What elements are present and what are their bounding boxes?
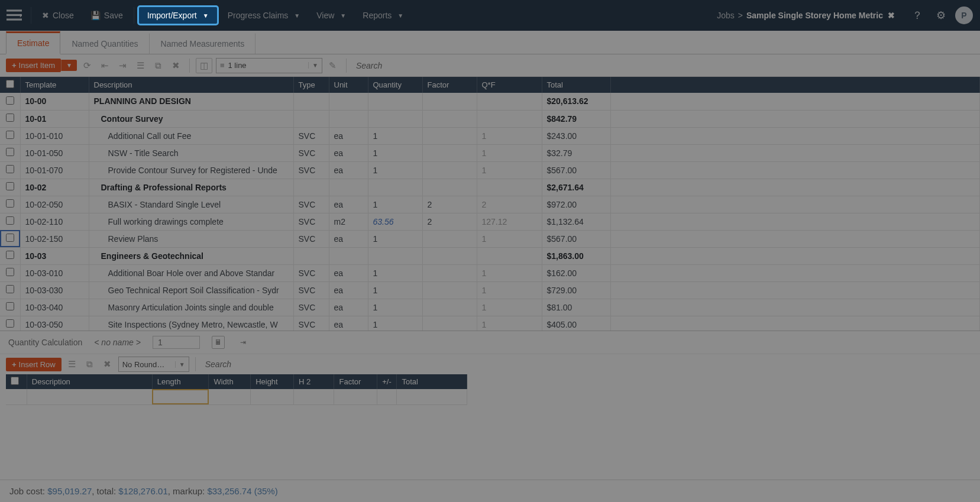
columns-button[interactable]: ◫ bbox=[196, 58, 212, 73]
delete-button[interactable]: ✖ bbox=[169, 59, 183, 73]
cell-description[interactable]: Full working drawings complete bbox=[89, 213, 293, 230]
cell-qf[interactable]: 1 bbox=[477, 281, 542, 299]
calc-header-factor[interactable]: Factor bbox=[334, 374, 377, 389]
calc-header-description[interactable]: Description bbox=[27, 374, 152, 389]
row-checkbox[interactable] bbox=[0, 264, 20, 281]
cell-template[interactable]: 10-03-040 bbox=[20, 299, 89, 316]
cell-total[interactable]: $1,863.00 bbox=[542, 247, 610, 264]
table-row[interactable]: 10-02Drafting & Professional Reports$2,6… bbox=[0, 179, 980, 196]
cell-quantity[interactable]: 1 bbox=[368, 144, 422, 161]
cell-factor[interactable] bbox=[422, 299, 477, 316]
row-checkbox[interactable] bbox=[0, 93, 20, 110]
calc-header-pm[interactable]: +/- bbox=[377, 374, 397, 389]
cell-quantity[interactable]: 63.56 bbox=[368, 213, 422, 230]
cell-total[interactable]: $81.00 bbox=[542, 299, 610, 316]
cell-template[interactable]: 10-01 bbox=[20, 110, 89, 127]
cell-qf[interactable]: 1 bbox=[477, 316, 542, 331]
cell-template[interactable]: 10-01-010 bbox=[20, 127, 89, 144]
cell-total[interactable]: $567.00 bbox=[542, 230, 610, 247]
table-row[interactable]: 10-03-040Masonry Articulation Joints sin… bbox=[0, 299, 980, 316]
cell-type[interactable]: SVC bbox=[293, 127, 329, 144]
cell-template[interactable]: 10-03 bbox=[20, 247, 89, 264]
cell-quantity[interactable]: 1 bbox=[368, 281, 422, 299]
cell-description[interactable]: BASIX - Standard Single Level bbox=[89, 196, 293, 213]
cell-factor[interactable] bbox=[422, 110, 477, 127]
help-button[interactable]: ？ bbox=[905, 8, 929, 22]
cell-description[interactable]: Additional Boar Hole over and Above Stan… bbox=[89, 264, 293, 281]
cell-qf[interactable]: 1 bbox=[477, 161, 542, 179]
table-row[interactable]: 10-03-030Geo Technical Report Soil Class… bbox=[0, 281, 980, 299]
avatar[interactable]: P bbox=[955, 7, 973, 24]
cell-unit[interactable] bbox=[329, 179, 368, 196]
cell-quantity[interactable] bbox=[368, 179, 422, 196]
table-row[interactable]: 10-01Contour Survey$842.79 bbox=[0, 110, 980, 127]
breadcrumb-root[interactable]: Jobs bbox=[717, 11, 735, 20]
cell-quantity[interactable]: 1 bbox=[368, 230, 422, 247]
cell-template[interactable]: 10-00 bbox=[20, 93, 89, 110]
cell-qf[interactable] bbox=[477, 179, 542, 196]
cell-factor[interactable] bbox=[422, 247, 477, 264]
cell-factor[interactable] bbox=[422, 316, 477, 331]
cell-total[interactable]: $729.00 bbox=[542, 281, 610, 299]
cell-quantity[interactable]: 1 bbox=[368, 127, 422, 144]
cell-description[interactable]: Site Inspections (Sydney Metro, Newcastl… bbox=[89, 316, 293, 331]
cell-qf[interactable] bbox=[477, 93, 542, 110]
row-checkbox[interactable] bbox=[0, 127, 20, 144]
cell-qf[interactable]: 1 bbox=[477, 299, 542, 316]
cell-unit[interactable] bbox=[329, 247, 368, 264]
cell-description[interactable]: Geo Technical Report Soil Classification… bbox=[89, 281, 293, 299]
cell-template[interactable]: 10-01-070 bbox=[20, 161, 89, 179]
cell-factor[interactable] bbox=[422, 127, 477, 144]
copy-button[interactable]: ⧉ bbox=[151, 59, 166, 73]
search-input[interactable] bbox=[352, 59, 471, 73]
cell-quantity[interactable]: 1 bbox=[368, 264, 422, 281]
cell-template[interactable]: 10-02-050 bbox=[20, 196, 89, 213]
breadcrumb-close-icon[interactable]: ✖ bbox=[888, 11, 895, 20]
cell-template[interactable]: 10-03-010 bbox=[20, 264, 89, 281]
header-total[interactable]: Total bbox=[542, 77, 610, 93]
cell-unit[interactable]: ea bbox=[329, 144, 368, 161]
reports-dropdown[interactable]: Reports ▼ bbox=[354, 0, 412, 31]
calc-search-input[interactable] bbox=[202, 357, 320, 371]
calc-header-width[interactable]: Width bbox=[209, 374, 251, 389]
cell-quantity[interactable]: 1 bbox=[368, 161, 422, 179]
cell-description[interactable]: Provide Contour Survey for Registered - … bbox=[89, 161, 293, 179]
row-checkbox[interactable] bbox=[0, 161, 20, 179]
cell-template[interactable]: 10-02-150 bbox=[20, 230, 89, 247]
cell-total[interactable]: $972.00 bbox=[542, 196, 610, 213]
calc-delete-button[interactable]: ✖ bbox=[101, 357, 115, 371]
row-checkbox[interactable] bbox=[0, 196, 20, 213]
calc-cell-height[interactable] bbox=[251, 389, 294, 404]
cell-description[interactable]: Additional Call out Fee bbox=[89, 127, 293, 144]
cell-description[interactable]: Masonry Articulation Joints single and d… bbox=[89, 299, 293, 316]
table-row[interactable]: 10-01-050NSW - Title SearchSVCea11$32.79 bbox=[0, 144, 980, 161]
breadcrumb-job[interactable]: Sample Single Storey Home Metric bbox=[746, 11, 883, 20]
cell-qf[interactable] bbox=[477, 110, 542, 127]
cell-template[interactable]: 10-02-110 bbox=[20, 213, 89, 230]
cell-unit[interactable]: ea bbox=[329, 161, 368, 179]
cell-type[interactable]: SVC bbox=[293, 299, 329, 316]
calc-header-length[interactable]: Length bbox=[152, 374, 209, 389]
tab-named-quantities[interactable]: Named Quantities bbox=[60, 33, 149, 54]
cell-total[interactable]: $567.00 bbox=[542, 161, 610, 179]
calc-header-height[interactable]: Height bbox=[251, 374, 294, 389]
cell-factor[interactable] bbox=[422, 264, 477, 281]
cell-type[interactable]: SVC bbox=[293, 196, 329, 213]
table-row[interactable]: 10-03-010Additional Boar Hole over and A… bbox=[0, 264, 980, 281]
import-export-dropdown[interactable]: Import/Export ▼ bbox=[139, 7, 217, 24]
table-row[interactable]: 10-02-150Review PlansSVCea11$567.00 bbox=[0, 230, 980, 247]
cell-unit[interactable]: ea bbox=[329, 316, 368, 331]
header-qf[interactable]: Q*F bbox=[477, 77, 542, 93]
cell-qf[interactable] bbox=[477, 247, 542, 264]
cell-type[interactable]: SVC bbox=[293, 213, 329, 230]
indent-button[interactable]: ⇥ bbox=[116, 59, 130, 73]
cell-total[interactable]: $1,132.64 bbox=[542, 213, 610, 230]
row-checkbox[interactable] bbox=[0, 299, 20, 316]
calc-header-total[interactable]: Total bbox=[397, 374, 467, 389]
cell-quantity[interactable]: 1 bbox=[368, 299, 422, 316]
cell-qf[interactable]: 127.12 bbox=[477, 213, 542, 230]
outdent-button[interactable]: ⇤ bbox=[98, 59, 112, 73]
cell-type[interactable]: SVC bbox=[293, 264, 329, 281]
calc-cell-pm[interactable] bbox=[377, 389, 397, 404]
cell-factor[interactable] bbox=[422, 161, 477, 179]
